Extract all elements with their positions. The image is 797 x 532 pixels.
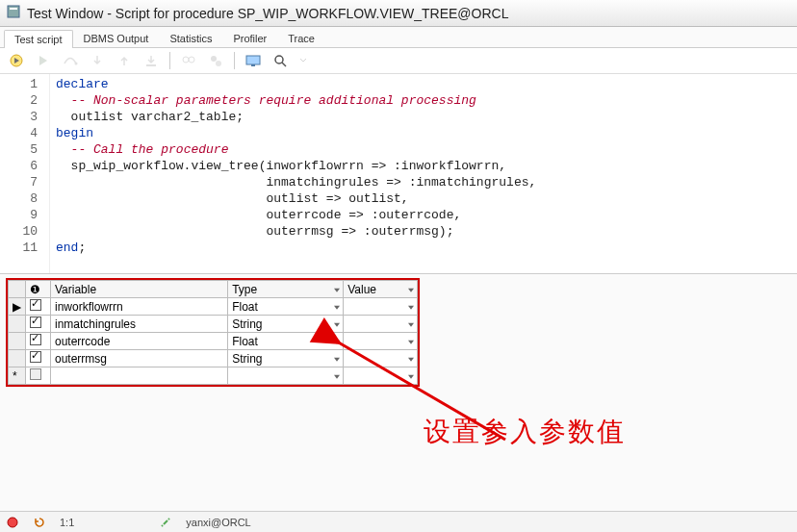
- variable-cell[interactable]: inworkflowrrn: [51, 298, 228, 316]
- tab-strip: Test script DBMS Output Statistics Profi…: [0, 27, 797, 48]
- run-icon[interactable]: [35, 52, 52, 69]
- table-row[interactable]: *: [9, 367, 418, 385]
- enable-checkbox[interactable]: [26, 298, 51, 316]
- code-area[interactable]: declare -- Non-scalar parameters require…: [50, 74, 797, 273]
- cursor-position: 1:1: [60, 517, 74, 528]
- svg-point-5: [183, 57, 189, 63]
- search-icon[interactable]: [271, 52, 289, 69]
- svg-rect-9: [246, 56, 260, 64]
- variables-highlight-box: ❶ Variable Type Value ▶inworkflowrrnFloa…: [6, 278, 420, 387]
- svg-point-7: [211, 56, 217, 62]
- value-header[interactable]: Value: [344, 281, 418, 298]
- separator: [234, 52, 235, 69]
- svg-point-11: [275, 56, 283, 63]
- breakpoints-icon[interactable]: [207, 52, 224, 69]
- variables-panel: ❶ Variable Type Value ▶inworkflowrrnFloa…: [0, 274, 797, 511]
- variable-cell[interactable]: outerrcode: [51, 333, 228, 350]
- svg-point-8: [216, 61, 221, 66]
- value-cell[interactable]: [344, 367, 418, 385]
- svg-rect-1: [10, 8, 17, 10]
- run-to-cursor-icon[interactable]: [142, 52, 160, 69]
- app-icon: [6, 4, 21, 22]
- row-header-col: [9, 281, 26, 298]
- enable-checkbox[interactable]: [26, 350, 51, 367]
- row-marker: [9, 333, 26, 350]
- row-marker: [9, 316, 26, 333]
- step-out-icon[interactable]: [116, 52, 133, 69]
- execute-icon[interactable]: [8, 52, 25, 69]
- toolbar: [0, 48, 797, 74]
- inspect-icon[interactable]: [180, 52, 197, 69]
- svg-point-14: [8, 518, 17, 527]
- variables-table[interactable]: ❶ Variable Type Value ▶inworkflowrrnFloa…: [8, 280, 418, 385]
- row-marker: [9, 350, 26, 367]
- svg-rect-10: [251, 64, 255, 66]
- table-row[interactable]: ▶inworkflowrrnFloat: [9, 298, 418, 316]
- type-cell[interactable]: String: [228, 350, 344, 367]
- svg-point-3: [75, 63, 78, 65]
- table-row[interactable]: outerrcodeFloat: [9, 333, 418, 350]
- step-over-icon[interactable]: [62, 52, 79, 69]
- status-bar: 1:1 yanxi@ORCL: [0, 511, 797, 532]
- enable-checkbox[interactable]: [26, 316, 51, 333]
- table-row[interactable]: inmatchingrulesString: [9, 316, 418, 333]
- value-cell[interactable]: [344, 298, 418, 316]
- value-cell[interactable]: [344, 333, 418, 350]
- window-title: Test Window - Script for procedure SP_WI…: [27, 6, 508, 21]
- dropdown-icon[interactable]: [298, 52, 308, 69]
- value-cell[interactable]: [344, 316, 418, 333]
- enable-checkbox[interactable]: [26, 367, 51, 385]
- annotation-text: 设置参入参数值: [424, 414, 626, 450]
- tab-test-script[interactable]: Test script: [4, 30, 73, 48]
- warn-header: ❶: [26, 281, 51, 298]
- tab-trace[interactable]: Trace: [277, 29, 325, 47]
- table-row[interactable]: outerrmsgString: [9, 350, 418, 367]
- tab-statistics[interactable]: Statistics: [159, 29, 222, 47]
- type-cell[interactable]: Float: [228, 298, 344, 316]
- svg-rect-4: [146, 64, 156, 66]
- monitor-icon[interactable]: [244, 52, 262, 69]
- separator: [169, 52, 170, 69]
- variable-cell[interactable]: [51, 367, 228, 385]
- enable-checkbox[interactable]: [26, 333, 51, 350]
- svg-point-6: [189, 57, 194, 63]
- tab-profiler[interactable]: Profiler: [222, 29, 277, 47]
- title-bar: Test Window - Script for procedure SP_WI…: [0, 0, 797, 27]
- variable-cell[interactable]: outerrmsg: [51, 350, 228, 367]
- type-cell[interactable]: String: [228, 316, 344, 333]
- step-into-icon[interactable]: [89, 52, 106, 69]
- connection-icon: [159, 516, 172, 529]
- variable-cell[interactable]: inmatchingrules: [51, 316, 228, 333]
- type-header[interactable]: Type: [228, 281, 344, 298]
- stop-icon[interactable]: [6, 516, 19, 529]
- svg-rect-0: [8, 6, 19, 17]
- connection-label: yanxi@ORCL: [186, 517, 250, 528]
- variable-header[interactable]: Variable: [51, 281, 228, 298]
- row-marker: ▶: [9, 298, 26, 316]
- svg-line-12: [282, 63, 286, 66]
- tab-dbms-output[interactable]: DBMS Output: [73, 29, 160, 47]
- row-marker: *: [9, 367, 26, 385]
- code-editor[interactable]: 1234567891011 declare -- Non-scalar para…: [0, 74, 797, 274]
- refresh-icon[interactable]: [33, 516, 46, 529]
- line-gutter: 1234567891011: [0, 74, 50, 273]
- value-cell[interactable]: [344, 350, 418, 367]
- type-cell[interactable]: [228, 367, 344, 385]
- type-cell[interactable]: Float: [228, 333, 344, 350]
